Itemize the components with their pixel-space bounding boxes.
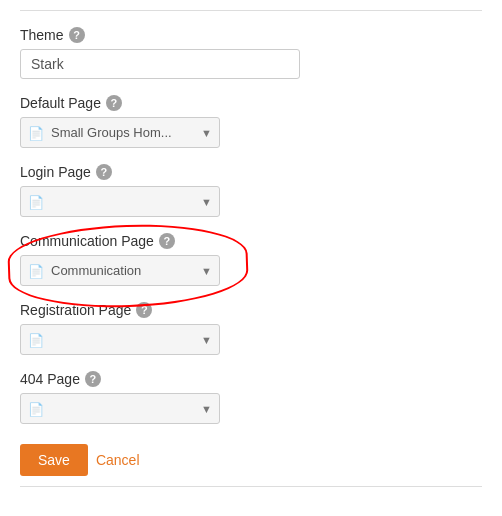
- default-page-label-text: Default Page: [20, 95, 101, 111]
- registration-page-group: Registration Page ? 📄 ▼: [20, 302, 482, 355]
- theme-input[interactable]: [20, 49, 300, 79]
- save-button[interactable]: Save: [20, 444, 88, 476]
- communication-page-label-text: Communication Page: [20, 233, 154, 249]
- login-page-select-wrapper: 📄 ▼: [20, 186, 220, 217]
- 404-page-label: 404 Page ?: [20, 371, 482, 387]
- default-page-label: Default Page ?: [20, 95, 482, 111]
- communication-page-select-wrapper: 📄 Communication ▼: [20, 255, 220, 286]
- default-page-select[interactable]: Small Groups Hom...: [20, 117, 220, 148]
- login-page-group: Login Page ? 📄 ▼: [20, 164, 482, 217]
- theme-label: Theme ?: [20, 27, 482, 43]
- theme-group: Theme ?: [20, 27, 482, 79]
- button-row: Save Cancel: [20, 444, 482, 476]
- registration-page-label: Registration Page ?: [20, 302, 482, 318]
- login-page-select[interactable]: [20, 186, 220, 217]
- theme-label-text: Theme: [20, 27, 64, 43]
- top-divider: [20, 10, 482, 11]
- cancel-button[interactable]: Cancel: [96, 452, 140, 468]
- registration-page-label-text: Registration Page: [20, 302, 131, 318]
- login-page-label: Login Page ?: [20, 164, 482, 180]
- registration-page-help-icon[interactable]: ?: [136, 302, 152, 318]
- login-page-label-text: Login Page: [20, 164, 91, 180]
- 404-page-select[interactable]: [20, 393, 220, 424]
- login-page-help-icon[interactable]: ?: [96, 164, 112, 180]
- communication-page-label: Communication Page ?: [20, 233, 482, 249]
- default-page-group: Default Page ? 📄 Small Groups Hom... ▼: [20, 95, 482, 148]
- communication-page-select[interactable]: Communication: [20, 255, 220, 286]
- 404-page-select-wrapper: 📄 ▼: [20, 393, 220, 424]
- registration-page-select[interactable]: [20, 324, 220, 355]
- 404-page-group: 404 Page ? 📄 ▼: [20, 371, 482, 424]
- 404-page-help-icon[interactable]: ?: [85, 371, 101, 387]
- theme-help-icon[interactable]: ?: [69, 27, 85, 43]
- communication-page-group: Communication Page ? 📄 Communication ▼: [20, 233, 482, 286]
- default-page-select-wrapper: 📄 Small Groups Hom... ▼: [20, 117, 220, 148]
- settings-form: Theme ? Default Page ? 📄 Small Groups Ho…: [0, 0, 502, 507]
- communication-page-help-icon[interactable]: ?: [159, 233, 175, 249]
- default-page-help-icon[interactable]: ?: [106, 95, 122, 111]
- 404-page-label-text: 404 Page: [20, 371, 80, 387]
- registration-page-select-wrapper: 📄 ▼: [20, 324, 220, 355]
- bottom-divider: [20, 486, 482, 487]
